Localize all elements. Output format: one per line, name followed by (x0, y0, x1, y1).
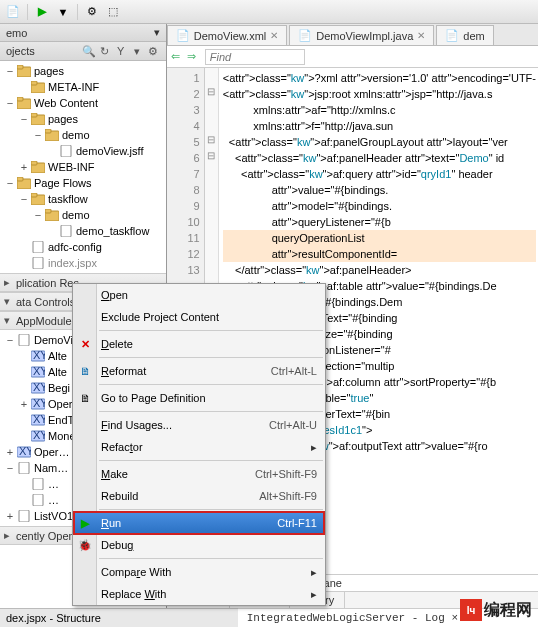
folder-icon (44, 128, 60, 142)
header1-label: emo (6, 27, 27, 39)
svg-text:XYZ: XYZ (33, 382, 45, 393)
logo-text: 编程网 (484, 600, 532, 621)
toolbar-btn-2[interactable]: ⬚ (104, 3, 122, 21)
file-icon (30, 493, 46, 507)
nav-prev-icon[interactable]: ⇐ (171, 50, 185, 63)
app-icon: 📄 (4, 3, 22, 21)
twisty-icon[interactable]: − (4, 462, 16, 474)
tree-item[interactable]: +WEB-INF (0, 159, 166, 175)
twisty-icon[interactable]: − (4, 97, 16, 109)
menu-open[interactable]: OOpenpen (73, 284, 325, 306)
search-input[interactable] (205, 49, 305, 65)
menu-goto-page-def[interactable]: 🗎Go to Page Definition (73, 387, 325, 409)
svg-text:XYZ: XYZ (33, 430, 45, 441)
header1-dropdown[interactable]: ▾ (154, 26, 160, 39)
tree-label: Nam… (34, 462, 68, 474)
file-icon (16, 509, 32, 523)
tree-label: Page Flows (34, 177, 91, 189)
xyz-icon: XYZ (30, 413, 46, 427)
tree-item[interactable]: −taskflow (0, 191, 166, 207)
twisty-icon[interactable]: + (4, 510, 16, 522)
tree-label: META-INF (48, 81, 99, 93)
tree-label: Alte (48, 366, 67, 378)
tree-label: Oper (48, 398, 72, 410)
folder-icon (16, 96, 32, 110)
tree-item[interactable]: demoView.jsff (0, 143, 166, 159)
twisty-icon[interactable]: − (4, 65, 16, 77)
nav-next-icon[interactable]: ⇒ (187, 50, 201, 63)
proj-tool-4[interactable]: ▾ (130, 44, 144, 58)
file-icon (16, 461, 32, 475)
editor-search: ⇐⇒ (167, 46, 538, 68)
tree-item[interactable]: META-INF (0, 79, 166, 95)
xyz-icon: XYZ (30, 429, 46, 443)
tree-label: demo (62, 129, 90, 141)
twisty-icon[interactable]: − (4, 177, 16, 189)
menu-make[interactable]: MakeCtrl+Shift-F9 (73, 463, 325, 485)
proj-tool-5[interactable]: ⚙ (146, 44, 160, 58)
tree-label: demo (62, 209, 90, 221)
close-icon[interactable]: ✕ (270, 30, 278, 41)
file-icon (58, 144, 74, 158)
twisty-icon[interactable]: − (18, 193, 30, 205)
menu-run[interactable]: ▶RunCtrl-F11 (73, 512, 325, 534)
twisty-icon[interactable]: − (4, 334, 16, 346)
tree-label: Alte (48, 350, 67, 362)
twisty-icon[interactable]: + (18, 161, 30, 173)
tree-item[interactable]: demo_taskflow (0, 223, 166, 239)
proj-tool-3[interactable]: Y (114, 44, 128, 58)
xyz-icon: XYZ (16, 445, 32, 459)
menu-delete[interactable]: ✕Delete (73, 333, 325, 355)
twisty-icon[interactable]: − (18, 113, 30, 125)
svg-rect-1 (17, 65, 23, 69)
run-button[interactable]: ▶ (33, 3, 51, 21)
svg-rect-40 (19, 510, 29, 522)
proj-tool-2[interactable]: ↻ (98, 44, 112, 58)
folder-icon (30, 192, 46, 206)
tree-item[interactable]: −pages (0, 111, 166, 127)
run-dropdown[interactable]: ▼ (54, 3, 72, 21)
tree-item[interactable]: −demo (0, 207, 166, 223)
folder-icon (16, 64, 32, 78)
project-tree[interactable]: −pagesMETA-INF−Web Content−pages−demodem… (0, 61, 166, 273)
folder-icon (44, 208, 60, 222)
projects-label: ojects (6, 45, 35, 57)
twisty-icon[interactable]: + (18, 398, 30, 410)
menu-replace-with[interactable]: Replace With▸ (73, 583, 325, 605)
tree-label: Web Content (34, 97, 98, 109)
menu-exclude[interactable]: Exclude Project Content (73, 306, 325, 328)
toolbar-btn-1[interactable]: ⚙ (83, 3, 101, 21)
file-icon (30, 477, 46, 491)
tab-demoview-xml[interactable]: 📄DemoView.xml✕ (167, 25, 288, 45)
tree-item[interactable]: −pages (0, 63, 166, 79)
twisty-icon[interactable]: − (32, 129, 44, 141)
folder-icon (30, 112, 46, 126)
structure-bar[interactable]: dex.jspx - Structure (0, 608, 238, 627)
tree-label: Begi (48, 382, 70, 394)
proj-tool-1[interactable]: 🔍 (82, 44, 96, 58)
svg-text:XYZ: XYZ (19, 446, 31, 457)
tree-item[interactable]: −Web Content (0, 95, 166, 111)
run-icon: ▶ (76, 514, 94, 532)
tree-item[interactable]: index.jspx (0, 255, 166, 271)
tab-dem[interactable]: 📄dem (436, 25, 493, 45)
svg-text:XYZ: XYZ (33, 414, 45, 425)
menu-compare-with[interactable]: Compare With▸ (73, 561, 325, 583)
svg-rect-20 (33, 241, 43, 253)
tab-demoviewimpl[interactable]: 📄DemoViewImpl.java✕ (289, 25, 434, 45)
xyz-icon: XYZ (30, 397, 46, 411)
close-icon[interactable]: ✕ (417, 30, 425, 41)
menu-find-usages[interactable]: Find Usages...Ctrl+Alt-U (73, 414, 325, 436)
menu-refactor[interactable]: Refactor▸ (73, 436, 325, 458)
tree-label: Oper… (34, 446, 69, 458)
menu-rebuild[interactable]: RebuildAlt+Shift-F9 (73, 485, 325, 507)
tree-item[interactable]: −Page Flows (0, 175, 166, 191)
tree-label: … (48, 478, 59, 490)
twisty-icon[interactable]: + (4, 446, 16, 458)
tree-item[interactable]: adfc-config (0, 239, 166, 255)
menu-debug[interactable]: 🐞Debug (73, 534, 325, 556)
file-icon (30, 256, 46, 270)
tree-item[interactable]: −demo (0, 127, 166, 143)
menu-reformat[interactable]: 🗎ReformatCtrl+Alt-L (73, 360, 325, 382)
twisty-icon[interactable]: − (32, 209, 44, 221)
